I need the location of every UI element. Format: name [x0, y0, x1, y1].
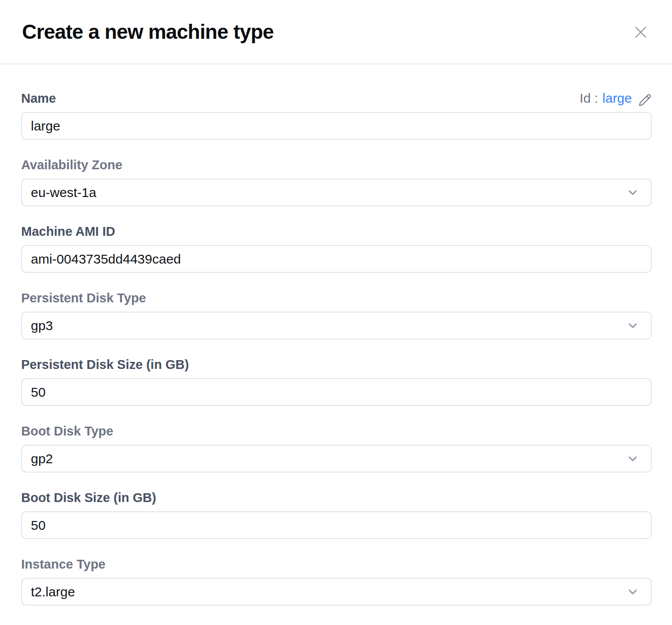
boot-disk-size-field-group: Boot Disk Size (in GB) [21, 490, 652, 539]
close-icon [632, 24, 649, 41]
modal-title: Create a new machine type [22, 20, 274, 44]
close-button[interactable] [631, 23, 650, 41]
availability-zone-label: Availability Zone [21, 157, 122, 172]
boot-disk-type-value: gp2 [31, 451, 53, 466]
chevron-down-icon [626, 319, 639, 332]
name-label: Name [21, 91, 56, 106]
persistent-disk-type-field-group: Persistent Disk Type gp3 [21, 290, 652, 339]
boot-disk-type-label: Boot Disk Type [21, 424, 113, 439]
persistent-disk-type-select[interactable]: gp3 [21, 312, 652, 339]
id-value[interactable]: large [602, 91, 632, 106]
name-field-group: Name Id : large [21, 91, 652, 140]
instance-type-field-group: Instance Type t2.large [21, 557, 652, 606]
availability-zone-field-group: Availability Zone eu-west-1a [21, 157, 652, 206]
boot-disk-type-field-group: Boot Disk Type gp2 [21, 424, 652, 472]
chevron-down-icon [626, 186, 639, 199]
persistent-disk-type-label: Persistent Disk Type [21, 290, 146, 305]
machine-ami-id-input[interactable] [21, 245, 652, 273]
machine-id-row: Id : large [580, 91, 652, 106]
boot-disk-size-input[interactable] [21, 511, 652, 539]
availability-zone-select[interactable]: eu-west-1a [21, 179, 652, 206]
pencil-icon [638, 93, 652, 107]
persistent-disk-size-label: Persistent Disk Size (in GB) [21, 357, 189, 372]
machine-ami-id-field-group: Machine AMI ID [21, 224, 652, 273]
availability-zone-value: eu-west-1a [31, 185, 96, 200]
name-input[interactable] [21, 112, 652, 140]
modal-header: Create a new machine type [0, 0, 672, 64]
persistent-disk-size-input[interactable] [21, 378, 652, 406]
boot-disk-size-label: Boot Disk Size (in GB) [21, 490, 156, 505]
persistent-disk-type-value: gp3 [31, 318, 53, 333]
edit-id-button[interactable] [638, 93, 652, 107]
id-prefix: Id : [580, 91, 598, 106]
create-machine-type-modal: Create a new machine type Name Id : larg… [0, 0, 672, 625]
chevron-down-icon [626, 585, 639, 599]
instance-type-label: Instance Type [21, 557, 105, 572]
instance-type-select[interactable]: t2.large [21, 578, 652, 606]
persistent-disk-size-field-group: Persistent Disk Size (in GB) [21, 357, 652, 406]
instance-type-value: t2.large [31, 584, 75, 599]
machine-ami-id-label: Machine AMI ID [21, 224, 115, 239]
boot-disk-type-select[interactable]: gp2 [21, 445, 652, 472]
chevron-down-icon [626, 452, 639, 465]
modal-body: Name Id : large [0, 91, 672, 606]
